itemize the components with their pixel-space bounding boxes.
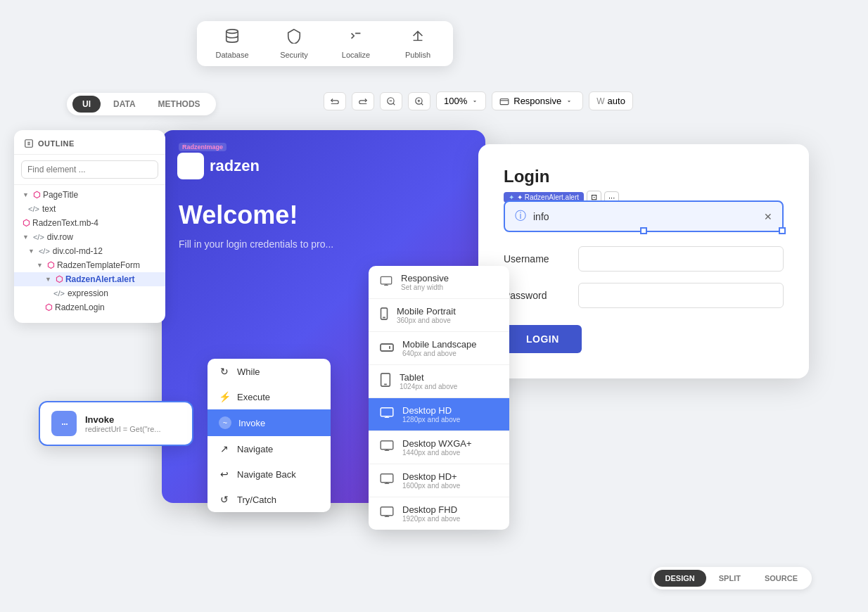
responsive-dropdown: Responsive Set any width Mobile Portrait… (369, 266, 509, 530)
login-panel: Login ✦ ✦ RadzenAlert.alert ⊡ ··· ⓘ info… (478, 144, 809, 378)
ctx-navigate-back[interactable]: ↩ Navigate Back (208, 461, 331, 487)
ctx-execute[interactable]: ⚡ Execute (208, 384, 331, 409)
expand-arrow-5: ▼ (45, 276, 51, 283)
try-catch-icon: ↺ (219, 494, 230, 505)
preview-welcome: Welcome! (162, 179, 485, 238)
ctx-try-catch[interactable]: ↺ Try/Catch (208, 487, 331, 512)
navigate-icon: ↗ (219, 443, 230, 454)
password-input[interactable] (578, 283, 784, 308)
zoom-level[interactable]: 100% (436, 91, 486, 110)
invoke-ctx-icon: ~ (219, 416, 231, 429)
toolbar-publish[interactable]: Publish (397, 28, 439, 59)
invoke-card[interactable]: ··· Invoke redirectUrl = Get("re... (39, 401, 193, 446)
navigate-back-icon: ↩ (219, 468, 230, 480)
svg-rect-11 (381, 474, 393, 483)
design-tab-split[interactable]: SPLIT (708, 570, 752, 587)
info-icon: ⓘ (515, 209, 526, 224)
responsive-icon (380, 276, 392, 288)
invoke-text: Invoke redirectUrl = Get("re... (85, 414, 161, 433)
expand-arrow-2: ▼ (23, 234, 29, 241)
mode-tabs: UI DATA METHODS (67, 93, 216, 115)
tree-expression[interactable]: </> expression (14, 286, 165, 300)
zoom-in-button[interactable] (408, 92, 430, 110)
tree-radzen-login[interactable]: ⬡ RadzenLogin (14, 300, 165, 314)
toolbar-database[interactable]: Database (211, 28, 253, 59)
outline-search-area (14, 155, 165, 185)
resp-desktop-fhd[interactable]: Desktop FHD 1920px and above (369, 497, 509, 530)
width-input[interactable]: W auto (589, 91, 633, 110)
tab-data[interactable]: DATA (103, 96, 146, 113)
username-input[interactable] (578, 246, 784, 272)
top-toolbar: Database Security Localize Publish (197, 21, 453, 66)
localize-icon (348, 28, 364, 48)
alert-close-button[interactable]: ✕ (764, 211, 772, 222)
outline-header: OUTLINE (14, 130, 165, 155)
tree-text[interactable]: </> text (14, 202, 165, 216)
resize-handle-bottom[interactable] (640, 227, 647, 234)
tab-ui[interactable]: UI (72, 96, 101, 113)
toolbar-security[interactable]: Security (273, 28, 315, 59)
context-menu: ↻ While ⚡ Execute ~ Invoke ↗ Navigate ↩ … (208, 359, 331, 512)
desktop-fhd-icon (380, 506, 394, 521)
username-label: Username (504, 253, 567, 264)
radzenimage-tag: RadzenImage (179, 143, 226, 151)
zoom-out-button[interactable] (380, 92, 402, 110)
password-row: Password (504, 283, 784, 308)
outline-tree: ▼ ⬡ PageTitle </> text ⬡ RadzenText.mb-4… (14, 185, 165, 317)
undo-button[interactable] (324, 92, 346, 110)
login-title: Login (504, 167, 784, 186)
invoke-icon: ··· (51, 411, 77, 436)
alert-text: info (533, 211, 764, 222)
resp-desktop-hdplus[interactable]: Desktop HD+ 1600px and above (369, 464, 509, 497)
radzen-logo-icon (177, 153, 204, 179)
svg-rect-7 (381, 344, 393, 351)
svg-rect-10 (381, 441, 393, 450)
preview-subtitle: Fill in your login credentials to pro... (162, 238, 485, 250)
tree-div-row[interactable]: ▼ </> div.row (14, 230, 165, 244)
resp-responsive[interactable]: Responsive Set any width (369, 266, 509, 299)
toolbar-localize[interactable]: Localize (335, 28, 377, 59)
tree-radzentext[interactable]: ⬡ RadzenText.mb-4 (14, 216, 165, 230)
resize-handle-corner[interactable] (779, 227, 786, 234)
invoke-subtitle: redirectUrl = Get("re... (85, 425, 161, 433)
resp-mobile-landscape[interactable]: Mobile Landscape 640px and above (369, 332, 509, 365)
tab-methods[interactable]: METHODS (148, 96, 210, 113)
design-tab-source[interactable]: SOURCE (753, 570, 809, 587)
outline-panel: OUTLINE ▼ ⬡ PageTitle </> text ⬡ RadzenT… (14, 130, 165, 323)
outline-search-input[interactable] (21, 160, 158, 179)
login-button[interactable]: LOGIN (504, 325, 582, 353)
tree-radzen-alert[interactable]: ▼ ⬡ RadzenAlert.alert (14, 272, 165, 286)
ctx-navigate[interactable]: ↗ Navigate (208, 436, 331, 461)
invoke-title: Invoke (85, 414, 161, 425)
resp-tablet[interactable]: Tablet 1024px and above (369, 365, 509, 398)
resp-desktop-wxga[interactable]: Desktop WXGA+ 1440px and above (369, 431, 509, 464)
resp-mobile-portrait[interactable]: Mobile Portrait 360px and above (369, 299, 509, 332)
svg-rect-3 (500, 98, 509, 104)
alert-bar: ⓘ info ✕ (504, 200, 784, 232)
desktop-hdplus-icon (380, 473, 394, 487)
ctx-while[interactable]: ↻ While (208, 359, 331, 384)
password-label: Password (504, 290, 567, 301)
tree-pagetitle[interactable]: ▼ ⬡ PageTitle (14, 188, 165, 202)
svg-rect-5 (381, 276, 391, 284)
security-icon (286, 28, 302, 48)
responsive-select[interactable]: Responsive (492, 91, 583, 110)
svg-rect-12 (381, 507, 393, 516)
svg-rect-9 (381, 408, 393, 416)
ctx-invoke[interactable]: ~ Invoke (208, 409, 331, 436)
mobile-portrait-icon (380, 307, 388, 323)
svg-point-0 (226, 30, 238, 34)
execute-icon: ⚡ (219, 391, 230, 402)
tree-form[interactable]: ▼ ⬡ RadzenTemplateForm (14, 258, 165, 272)
toolbar-security-label: Security (280, 51, 308, 59)
design-tab-design[interactable]: DESIGN (654, 570, 706, 587)
resp-desktop-hd[interactable]: Desktop HD 1280px and above (369, 398, 509, 431)
view-toolbar: 100% Responsive W auto (324, 91, 633, 110)
toolbar-database-label: Database (215, 51, 248, 59)
alert-container: ✦ ✦ RadzenAlert.alert ⊡ ··· ⓘ info ✕ (504, 200, 784, 232)
tree-div-col[interactable]: ▼ </> div.col-md-12 (14, 244, 165, 258)
redo-button[interactable] (352, 92, 374, 110)
toolbar-localize-label: Localize (342, 51, 370, 59)
radzen-logo-text: radzen (210, 157, 260, 175)
desktop-hd-icon (380, 407, 394, 421)
